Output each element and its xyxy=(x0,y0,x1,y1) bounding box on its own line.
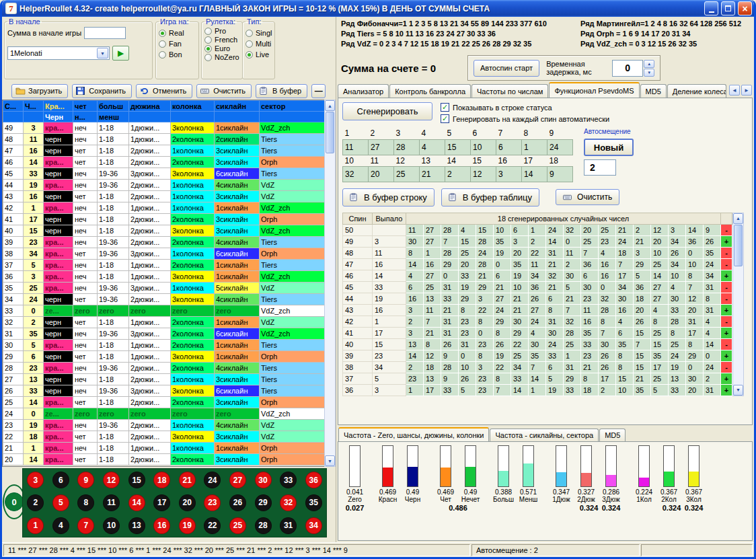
preset-combobox[interactable]: 1Melonati ▼ xyxy=(7,46,110,60)
generator-value-cell[interactable]: 4 xyxy=(420,139,445,155)
history-header-cell[interactable] xyxy=(215,112,260,122)
titlebar[interactable]: 7 HelperRoullet 4.32- create helperroull… xyxy=(2,0,754,17)
board-cell-9[interactable]: 9 xyxy=(73,469,99,492)
history-row[interactable]: 322чернчет1-181дюжи...2колонка1сиклайнVd… xyxy=(3,317,325,328)
history-row[interactable]: 2218кра...чет1-182дюжи...3колонка3сиклай… xyxy=(3,431,325,443)
gentable-row[interactable]: 42127312382930243132168426828314- xyxy=(343,315,732,327)
board-cell-31[interactable]: 31 xyxy=(276,514,301,537)
history-row[interactable]: 4533черннеч19-363дюжи...3колонка6сиклайн… xyxy=(3,168,325,180)
history-row[interactable]: 2014кра...чет1-182дюжи...2колонка3сиклай… xyxy=(3,454,325,465)
generate-button[interactable]: Сгенерировать xyxy=(342,102,432,120)
gentable-row[interactable]: 43163112182224212787112816204332031+ xyxy=(343,304,732,315)
gentable-row[interactable]: 4015138263123262230242533303571525814- xyxy=(343,338,732,350)
board-cell-1[interactable]: 1 xyxy=(23,514,48,537)
history-header-cell[interactable]: Черн xyxy=(44,112,73,122)
history-header-cell[interactable]: сектор xyxy=(260,101,325,112)
history-row[interactable]: 4015черннеч1-182дюжи...3колонка3сиклайнV… xyxy=(3,225,325,237)
delay-input[interactable] xyxy=(612,60,643,77)
radio-option-bon[interactable]: Bon xyxy=(159,50,196,59)
scroll-down-icon[interactable]: ▼ xyxy=(325,455,335,466)
board-cell-4[interactable]: 4 xyxy=(48,514,74,537)
board-cell-27[interactable]: 27 xyxy=(225,469,251,492)
history-scrollbar[interactable]: ▲ ▼ xyxy=(324,100,336,467)
generator-value-cell[interactable]: 28 xyxy=(394,139,420,155)
toolbar-save-button[interactable]: Сохранить xyxy=(72,84,132,98)
history-header-cell[interactable] xyxy=(260,112,325,122)
generator-value-cell[interactable]: 12 xyxy=(471,166,496,182)
gentable-row[interactable]: 4419161333293272126621233230182730128- xyxy=(343,293,732,304)
history-row[interactable]: 493кра...неч1-181дюжи...3колонка1сиклайн… xyxy=(3,122,325,134)
board-cell-3[interactable]: 3 xyxy=(23,469,48,492)
board-cell-25[interactable]: 25 xyxy=(225,514,251,537)
history-row[interactable]: 3923кра...неч19-362дюжи...2колонка4сикла… xyxy=(3,237,325,248)
generator-value-cell[interactable]: 3 xyxy=(496,166,522,182)
history-row[interactable]: 4316чернчет1-182дюжи...1колонка3сиклайнV… xyxy=(3,191,325,202)
board-cell-33[interactable]: 33 xyxy=(276,469,301,492)
checkbox-icon[interactable]: ✓ xyxy=(441,114,449,123)
minimize-button[interactable] xyxy=(704,1,718,15)
gentable-row[interactable]: 363117335237141193318210355332031+ xyxy=(343,384,732,396)
history-header-cell[interactable]: колонка xyxy=(171,101,215,112)
history-row[interactable]: 4811черннеч1-181дюжи...2колонка2сиклайнT… xyxy=(3,134,325,145)
scroll-up-icon[interactable]: ▲ xyxy=(733,213,743,224)
tab-6[interactable]: Деление колеса на xyxy=(667,84,726,98)
board-cell-13[interactable]: 13 xyxy=(124,514,149,537)
start-sum-input[interactable] xyxy=(84,27,126,39)
board-cell-17[interactable]: 17 xyxy=(149,492,175,515)
tab-1[interactable]: Анализатор xyxy=(338,84,389,98)
tab-5[interactable]: MD5 xyxy=(640,84,667,98)
history-row[interactable]: 2319кра...неч19-362дюжи...1колонка4сикла… xyxy=(3,420,325,431)
tab-4[interactable]: Функционал PsevdoMS xyxy=(549,82,639,98)
generator-value-cell[interactable]: 32 xyxy=(343,166,369,182)
scroll-up-icon[interactable]: ▲ xyxy=(325,100,335,111)
history-header-cell[interactable]: Ч... xyxy=(24,101,44,112)
board-cell-26[interactable]: 26 xyxy=(225,492,251,515)
scrollbar-thumb[interactable] xyxy=(734,225,743,266)
generator-value-cell[interactable]: 14 xyxy=(522,166,547,182)
board-cell-35[interactable]: 35 xyxy=(301,492,326,515)
board-cell-10[interactable]: 10 xyxy=(99,514,124,537)
toolbar-open-folder-button[interactable]: Загрузить xyxy=(11,84,68,98)
toolbar-clear-button[interactable]: Очистить xyxy=(196,84,252,98)
board-cell-24[interactable]: 24 xyxy=(200,469,225,492)
history-row[interactable]: 296чернчет1-181дюжи...3колонка1сиклайнOr… xyxy=(3,351,325,363)
radio-option-nozero[interactable]: NoZero xyxy=(204,53,239,61)
history-row[interactable]: 375кра...неч1-181дюжи...2колонка1сиклайн… xyxy=(3,260,325,271)
radio-option-multi[interactable]: Multi xyxy=(245,40,272,48)
history-row[interactable]: 4117черннеч1-182дюжи...2колонка3сиклайнO… xyxy=(3,214,325,225)
board-cell-30[interactable]: 30 xyxy=(250,469,276,492)
history-row[interactable]: 2823кра...неч19-362дюжи...2колонка4сикла… xyxy=(3,363,325,374)
toolbar-undo-button[interactable]: Отменить xyxy=(136,84,192,98)
history-row[interactable]: 2514кра...чет1-182дюжи...2колонка3сиклай… xyxy=(3,397,325,408)
gentable-row[interactable]: 50112728415106124322025212123149- xyxy=(343,224,732,235)
radio-option-fan[interactable]: Fan xyxy=(159,40,196,48)
generator-value-cell[interactable]: 9 xyxy=(547,166,573,182)
autospin-start-button[interactable]: Автоспин старт xyxy=(474,60,539,77)
gentable-row[interactable]: 3834218281032234763121268151719024- xyxy=(343,361,732,373)
generator-value-cell[interactable]: 21 xyxy=(420,166,445,182)
close-button[interactable]: × xyxy=(738,1,752,15)
copy-row-button[interactable]: В буфер строку xyxy=(342,188,434,207)
board-cell-23[interactable]: 23 xyxy=(200,492,225,515)
generator-value-cell[interactable]: 11 xyxy=(343,139,369,155)
history-row[interactable]: 211кра...неч1-181дюжи...1колонка1сиклайн… xyxy=(3,443,325,454)
generator-value-cell[interactable]: 20 xyxy=(369,166,394,182)
board-cell-16[interactable]: 16 xyxy=(149,514,175,537)
history-row[interactable]: 3525кра...неч19-363дюжи...1колонка5сикла… xyxy=(3,283,325,294)
gentable-row[interactable]: 41173213123082943028357615258174+ xyxy=(343,327,732,338)
freq-tab-2[interactable]: Частота - сиклайны, сектора xyxy=(490,428,599,441)
board-cell-28[interactable]: 28 xyxy=(250,514,276,537)
chevron-down-icon[interactable]: ▼ xyxy=(97,48,108,59)
board-cell-14[interactable]: 14 xyxy=(124,492,149,515)
history-header-cell[interactable]: менш xyxy=(98,112,129,122)
history-header-cell[interactable]: Кра... xyxy=(44,101,73,112)
gentable-row[interactable]: 4716141629202803511212361672925341024- xyxy=(343,258,732,270)
gentable-row[interactable]: 4811812825241920223111741831026035- xyxy=(343,247,732,258)
history-header-cell[interactable] xyxy=(171,112,215,122)
generator-value-cell[interactable]: 15 xyxy=(445,139,471,155)
board-cell-15[interactable]: 15 xyxy=(124,469,149,492)
tab-2[interactable]: Контроль банкролла xyxy=(389,84,471,98)
history-row[interactable]: 4614кра...чет1-182дюжи...2колонка3сиклай… xyxy=(3,157,325,168)
history-row[interactable]: 3135черннеч19-363дюжи...2колонка6сиклайн… xyxy=(3,328,325,340)
checkbox-autogenerate[interactable]: ✓ Генерировать на каждый спин автоматиче… xyxy=(441,114,609,123)
